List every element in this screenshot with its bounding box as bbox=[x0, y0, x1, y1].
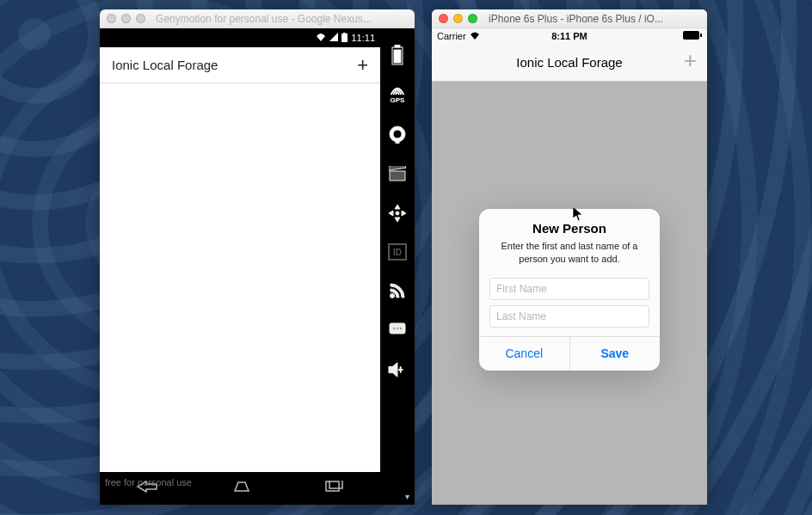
add-button[interactable]: + bbox=[357, 54, 368, 77]
svg-marker-13 bbox=[395, 218, 400, 222]
cancel-button[interactable]: Cancel bbox=[479, 337, 569, 371]
svg-marker-22 bbox=[389, 363, 397, 377]
android-app-content bbox=[100, 83, 380, 472]
svg-point-20 bbox=[397, 328, 398, 329]
clock-text: 11:11 bbox=[351, 33, 375, 43]
window-title: iPhone 6s Plus - iPhone 6s Plus / iO... bbox=[486, 13, 700, 25]
watermark-text: free for personal use bbox=[105, 477, 192, 487]
svg-rect-2 bbox=[326, 481, 339, 491]
signal-icon bbox=[329, 33, 338, 43]
android-screen: 11:11 Ionic Local Forage + free for pers… bbox=[100, 28, 380, 505]
camera-icon[interactable] bbox=[388, 125, 407, 144]
add-button[interactable]: + bbox=[684, 47, 697, 74]
ios-simulator-window: iPhone 6s Plus - iPhone 6s Plus / iO... … bbox=[432, 9, 707, 505]
app-title: Ionic Local Forage bbox=[112, 58, 357, 72]
svg-rect-9 bbox=[396, 141, 399, 144]
ios-statusbar: Carrier 8:11 PM bbox=[432, 28, 707, 44]
clapper-icon[interactable] bbox=[388, 164, 407, 183]
close-icon[interactable] bbox=[107, 14, 116, 23]
svg-rect-0 bbox=[341, 34, 348, 42]
genymotion-sidebar: GPS ID bbox=[380, 28, 415, 505]
clock-text: 8:11 PM bbox=[432, 31, 707, 41]
dpad-icon[interactable] bbox=[388, 204, 407, 223]
zoom-icon[interactable] bbox=[468, 14, 477, 23]
first-name-input[interactable] bbox=[489, 278, 649, 300]
svg-rect-11 bbox=[389, 166, 406, 170]
svg-marker-14 bbox=[389, 211, 393, 216]
svg-marker-12 bbox=[395, 205, 400, 209]
svg-point-17 bbox=[391, 294, 395, 298]
android-app-header: Ionic Local Forage + bbox=[100, 47, 380, 83]
save-button[interactable]: Save bbox=[569, 337, 661, 371]
chevron-down-icon[interactable]: ▾ bbox=[405, 492, 409, 501]
window-title: Genymotion for personal use - Google Nex… bbox=[154, 13, 408, 25]
close-icon[interactable] bbox=[439, 14, 448, 23]
ios-titlebar[interactable]: iPhone 6s Plus - iPhone 6s Plus / iO... bbox=[432, 9, 707, 28]
recents-button[interactable] bbox=[325, 481, 344, 496]
sms-icon[interactable] bbox=[388, 321, 407, 340]
battery-icon[interactable] bbox=[388, 46, 407, 64]
minimize-icon[interactable] bbox=[453, 14, 463, 23]
alert-dialog: New Person Enter the first and last name… bbox=[479, 209, 660, 371]
rss-icon[interactable] bbox=[388, 281, 407, 300]
ios-app-header: Ionic Local Forage + bbox=[432, 44, 707, 82]
android-titlebar[interactable]: Genymotion for personal use - Google Nex… bbox=[100, 9, 415, 28]
app-title: Ionic Local Forage bbox=[516, 55, 622, 70]
android-statusbar: 11:11 bbox=[100, 28, 380, 47]
home-button[interactable] bbox=[231, 481, 252, 496]
svg-point-21 bbox=[400, 328, 402, 329]
battery-icon bbox=[341, 33, 348, 44]
svg-rect-6 bbox=[394, 50, 401, 63]
svg-point-8 bbox=[393, 130, 402, 138]
android-emulator-window: Genymotion for personal use - Google Nex… bbox=[100, 9, 415, 505]
svg-rect-1 bbox=[343, 33, 346, 34]
svg-point-16 bbox=[396, 212, 399, 215]
last-name-input[interactable] bbox=[489, 305, 649, 328]
id-icon[interactable]: ID bbox=[388, 243, 407, 261]
alert-title: New Person bbox=[491, 221, 648, 236]
wifi-icon bbox=[316, 33, 326, 43]
volume-icon[interactable] bbox=[388, 360, 407, 379]
gps-label: GPS bbox=[391, 96, 405, 104]
svg-rect-10 bbox=[390, 171, 405, 181]
ios-screen: Carrier 8:11 PM Ionic Local Forage + New… bbox=[432, 28, 707, 505]
minimize-icon[interactable] bbox=[121, 14, 131, 23]
id-label: ID bbox=[393, 248, 402, 257]
svg-point-19 bbox=[393, 328, 395, 329]
gps-icon[interactable]: GPS bbox=[388, 85, 407, 104]
zoom-icon[interactable] bbox=[136, 14, 145, 23]
svg-marker-15 bbox=[402, 211, 406, 216]
ios-app-content: New Person Enter the first and last name… bbox=[432, 82, 707, 505]
alert-message: Enter the first and last name of a perso… bbox=[491, 240, 648, 266]
svg-rect-5 bbox=[395, 45, 400, 47]
